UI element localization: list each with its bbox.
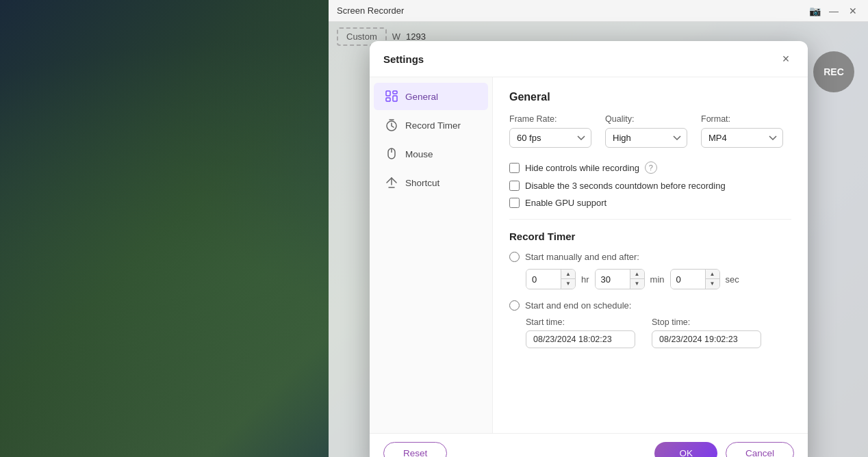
quality-label: Quality: (605, 114, 687, 124)
width-value: 1293 (406, 31, 426, 42)
minimize-button[interactable]: — (827, 4, 841, 18)
hours-input-group: ▲ ▼ (526, 269, 576, 289)
start-manually-label: Start manually and end after: (525, 252, 639, 262)
hours-decrement[interactable]: ▼ (561, 279, 575, 289)
stop-time-field: Stop time: (652, 317, 761, 348)
quality-field: Quality: Low Medium High Ultra (605, 114, 687, 148)
sidebar-item-shortcut[interactable]: Shortcut (374, 169, 488, 196)
hide-controls-checkbox[interactable] (509, 163, 520, 173)
sidebar-item-general[interactable]: General (374, 83, 488, 110)
minutes-input[interactable] (596, 270, 630, 289)
disable-countdown-row: Disable the 3 seconds countdown before r… (509, 181, 791, 191)
section-divider (509, 219, 791, 220)
record-timer-icon (385, 118, 398, 132)
timer-duration-inputs: ▲ ▼ hr ▲ ▼ min ▲ ▼ (526, 269, 791, 289)
sidebar-item-mouse[interactable]: Mouse (374, 140, 488, 168)
settings-dialog: Settings × General (370, 41, 808, 457)
minutes-input-group: ▲ ▼ (595, 269, 645, 289)
start-manually-row: Start manually and end after: (509, 252, 791, 262)
hide-controls-label: Hide controls while recording (525, 163, 639, 173)
rec-button[interactable]: REC (813, 51, 854, 92)
close-window-button[interactable]: ✕ (846, 4, 860, 18)
start-time-field: Start time: (526, 317, 635, 348)
format-select[interactable]: MP4 AVI MOV GIF (701, 128, 783, 148)
window-controls: 📷 — ✕ (808, 4, 860, 18)
sidebar-mouse-label: Mouse (405, 149, 433, 159)
cancel-button[interactable]: Cancel (726, 442, 794, 457)
settings-body: General Record Timer (370, 77, 808, 433)
hide-controls-row: Hide controls while recording ? (509, 161, 791, 174)
sidebar-shortcut-label: Shortcut (405, 178, 439, 188)
general-icon (385, 90, 398, 103)
format-row: Frame Rate: 30 fps 60 fps 120 fps Qualit… (509, 114, 791, 148)
mouse-icon (385, 147, 398, 161)
footer-right-buttons: OK Cancel (654, 442, 794, 457)
start-manually-radio[interactable] (509, 252, 520, 262)
enable-gpu-checkbox[interactable] (509, 198, 520, 208)
enable-gpu-label: Enable GPU support (525, 198, 607, 208)
sidebar-record-timer-label: Record Timer (405, 120, 461, 131)
settings-content: General Frame Rate: 30 fps 60 fps 120 fp… (493, 77, 808, 433)
svg-rect-3 (393, 96, 397, 101)
hr-label: hr (581, 274, 589, 285)
hours-increment[interactable]: ▲ (561, 270, 575, 279)
seconds-input-group: ▲ ▼ (670, 269, 720, 289)
frame-rate-field: Frame Rate: 30 fps 60 fps 120 fps (509, 114, 591, 148)
frame-rate-label: Frame Rate: (509, 114, 591, 124)
screenshot-icon[interactable]: 📷 (808, 4, 821, 18)
general-section-title: General (509, 91, 791, 103)
minutes-decrement[interactable]: ▼ (630, 279, 644, 289)
disable-countdown-checkbox[interactable] (509, 181, 520, 191)
format-label: Format: (701, 114, 783, 124)
settings-footer: Reset OK Cancel (370, 433, 808, 457)
minutes-increment[interactable]: ▲ (630, 270, 644, 279)
min-label: min (650, 274, 665, 285)
stop-time-label: Stop time: (652, 317, 761, 327)
schedule-time-inputs: Start time: Stop time: (526, 317, 791, 348)
stop-time-input[interactable] (652, 330, 761, 348)
seconds-input[interactable] (671, 270, 705, 289)
app-title-bar: Screen Recorder 📷 — ✕ (329, 0, 868, 22)
seconds-decrement[interactable]: ▼ (706, 279, 719, 289)
settings-header: Settings × (370, 41, 808, 77)
start-time-input[interactable] (526, 330, 635, 348)
format-field: Format: MP4 AVI MOV GIF (701, 114, 783, 148)
app-title: Screen Recorder (337, 5, 808, 16)
svg-rect-2 (386, 98, 390, 101)
sidebar-general-label: General (405, 92, 438, 102)
start-time-label: Start time: (526, 317, 635, 327)
seconds-increment[interactable]: ▲ (706, 270, 719, 279)
reset-button[interactable]: Reset (383, 442, 447, 457)
settings-title: Settings (383, 53, 424, 65)
frame-rate-select[interactable]: 30 fps 60 fps 120 fps (509, 128, 591, 148)
start-schedule-radio[interactable] (509, 300, 520, 311)
hours-input[interactable] (526, 270, 561, 289)
settings-sidebar: General Record Timer (370, 77, 493, 433)
svg-rect-0 (386, 91, 390, 96)
enable-gpu-row: Enable GPU support (509, 198, 791, 208)
sidebar-item-record-timer[interactable]: Record Timer (374, 112, 488, 139)
settings-close-button[interactable]: × (778, 51, 794, 67)
width-label: W (392, 31, 400, 42)
schedule-row: Start and end on schedule: (509, 300, 791, 311)
quality-select[interactable]: Low Medium High Ultra (605, 128, 687, 148)
sec-label: sec (726, 274, 739, 285)
ok-button[interactable]: OK (654, 442, 717, 457)
shortcut-icon (385, 176, 398, 190)
record-timer-title: Record Timer (509, 231, 791, 242)
svg-rect-1 (393, 91, 397, 94)
help-icon[interactable]: ? (645, 161, 657, 174)
start-schedule-label: Start and end on schedule: (525, 300, 631, 311)
disable-countdown-label: Disable the 3 seconds countdown before r… (525, 181, 726, 191)
